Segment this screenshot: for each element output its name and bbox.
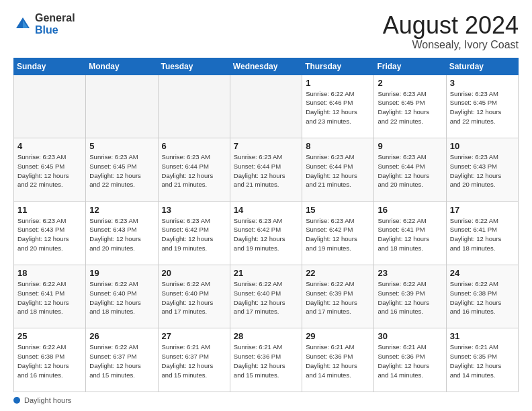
calendar-day-cell: 7Sunrise: 6:23 AM Sunset: 6:44 PM Daylig… (230, 138, 302, 201)
day-number: 10 (450, 141, 515, 151)
day-number: 14 (234, 205, 298, 215)
day-info: Sunrise: 6:21 AM Sunset: 6:35 PM Dayligh… (450, 342, 515, 379)
day-number: 30 (378, 331, 442, 341)
day-info: Sunrise: 6:22 AM Sunset: 6:40 PM Dayligh… (89, 279, 154, 316)
day-info: Sunrise: 6:22 AM Sunset: 6:38 PM Dayligh… (17, 342, 82, 379)
day-info: Sunrise: 6:23 AM Sunset: 6:42 PM Dayligh… (306, 216, 370, 253)
day-number: 11 (17, 205, 82, 215)
calendar-day-cell: 23Sunrise: 6:22 AM Sunset: 6:39 PM Dayli… (374, 265, 446, 328)
day-number: 26 (89, 331, 154, 341)
day-info: Sunrise: 6:22 AM Sunset: 6:40 PM Dayligh… (162, 279, 226, 316)
footer: Daylight hours (13, 396, 519, 404)
day-info: Sunrise: 6:23 AM Sunset: 6:45 PM Dayligh… (89, 152, 154, 189)
calendar-day-cell: 18Sunrise: 6:22 AM Sunset: 6:41 PM Dayli… (14, 265, 86, 328)
day-info: Sunrise: 6:23 AM Sunset: 6:43 PM Dayligh… (450, 152, 515, 189)
day-info: Sunrise: 6:21 AM Sunset: 6:36 PM Dayligh… (378, 342, 442, 379)
day-info: Sunrise: 6:23 AM Sunset: 6:44 PM Dayligh… (162, 152, 226, 189)
day-number: 15 (306, 205, 370, 215)
day-number: 13 (162, 205, 226, 215)
calendar-day-cell: 17Sunrise: 6:22 AM Sunset: 6:41 PM Dayli… (446, 201, 518, 265)
calendar-day-cell: 20Sunrise: 6:22 AM Sunset: 6:40 PM Dayli… (158, 265, 230, 328)
day-info: Sunrise: 6:21 AM Sunset: 6:36 PM Dayligh… (306, 342, 370, 379)
day-number: 16 (378, 205, 442, 215)
day-number: 29 (306, 331, 370, 341)
day-info: Sunrise: 6:22 AM Sunset: 6:38 PM Dayligh… (450, 279, 515, 316)
day-info: Sunrise: 6:23 AM Sunset: 6:45 PM Dayligh… (378, 89, 442, 126)
day-number: 25 (17, 331, 82, 341)
day-number: 9 (378, 141, 442, 151)
day-number: 8 (306, 141, 370, 151)
calendar-day-cell: 27Sunrise: 6:21 AM Sunset: 6:37 PM Dayli… (158, 328, 230, 392)
calendar-day-cell: 3Sunrise: 6:23 AM Sunset: 6:45 PM Daylig… (446, 75, 518, 138)
calendar-week-row: 25Sunrise: 6:22 AM Sunset: 6:38 PM Dayli… (14, 328, 519, 392)
calendar-day-cell: 16Sunrise: 6:22 AM Sunset: 6:41 PM Dayli… (374, 201, 446, 265)
day-info: Sunrise: 6:23 AM Sunset: 6:43 PM Dayligh… (89, 216, 154, 253)
day-number: 21 (234, 268, 298, 278)
day-number: 28 (234, 331, 298, 341)
calendar-day-cell: 31Sunrise: 6:21 AM Sunset: 6:35 PM Dayli… (446, 328, 518, 392)
day-info: Sunrise: 6:21 AM Sunset: 6:36 PM Dayligh… (234, 342, 298, 379)
calendar-day-header: Tuesday (158, 58, 230, 75)
calendar-day-header: Wednesday (230, 58, 302, 75)
logo: General Blue (13, 12, 75, 36)
calendar-day-cell: 29Sunrise: 6:21 AM Sunset: 6:36 PM Dayli… (302, 328, 374, 392)
day-info: Sunrise: 6:22 AM Sunset: 6:41 PM Dayligh… (450, 216, 515, 253)
calendar-day-cell: 14Sunrise: 6:23 AM Sunset: 6:42 PM Dayli… (230, 201, 302, 265)
title-block: August 2024 Wonsealy, Ivory Coast (383, 12, 519, 51)
calendar-day-cell: 28Sunrise: 6:21 AM Sunset: 6:36 PM Dayli… (230, 328, 302, 392)
day-info: Sunrise: 6:22 AM Sunset: 6:37 PM Dayligh… (89, 342, 154, 379)
calendar-header-row: SundayMondayTuesdayWednesdayThursdayFrid… (14, 58, 519, 75)
day-number: 3 (450, 78, 515, 88)
day-info: Sunrise: 6:21 AM Sunset: 6:37 PM Dayligh… (162, 342, 226, 379)
day-number: 27 (162, 331, 226, 341)
day-info: Sunrise: 6:23 AM Sunset: 6:45 PM Dayligh… (17, 152, 82, 189)
calendar-day-cell: 30Sunrise: 6:21 AM Sunset: 6:36 PM Dayli… (374, 328, 446, 392)
calendar-week-row: 11Sunrise: 6:23 AM Sunset: 6:43 PM Dayli… (14, 201, 519, 265)
day-number: 6 (162, 141, 226, 151)
calendar-day-cell: 10Sunrise: 6:23 AM Sunset: 6:43 PM Dayli… (446, 138, 518, 201)
calendar-day-header: Friday (374, 58, 446, 75)
logo-icon (13, 15, 32, 34)
calendar-day-header: Thursday (302, 58, 374, 75)
calendar-day-cell: 4Sunrise: 6:23 AM Sunset: 6:45 PM Daylig… (14, 138, 86, 201)
calendar-day-cell: 6Sunrise: 6:23 AM Sunset: 6:44 PM Daylig… (158, 138, 230, 201)
calendar-day-header: Saturday (446, 58, 518, 75)
day-number: 23 (378, 268, 442, 278)
day-info: Sunrise: 6:22 AM Sunset: 6:41 PM Dayligh… (378, 216, 442, 253)
calendar-week-row: 18Sunrise: 6:22 AM Sunset: 6:41 PM Dayli… (14, 265, 519, 328)
page: General Blue August 2024 Wonsealy, Ivory… (0, 0, 532, 411)
day-number: 1 (306, 78, 370, 88)
calendar-day-cell: 8Sunrise: 6:23 AM Sunset: 6:44 PM Daylig… (302, 138, 374, 201)
header: General Blue August 2024 Wonsealy, Ivory… (13, 12, 519, 51)
day-info: Sunrise: 6:23 AM Sunset: 6:44 PM Dayligh… (234, 152, 298, 189)
calendar-day-cell (14, 75, 86, 138)
calendar-day-cell: 21Sunrise: 6:22 AM Sunset: 6:40 PM Dayli… (230, 265, 302, 328)
day-number: 19 (89, 268, 154, 278)
calendar-day-cell: 9Sunrise: 6:23 AM Sunset: 6:44 PM Daylig… (374, 138, 446, 201)
day-info: Sunrise: 6:22 AM Sunset: 6:39 PM Dayligh… (378, 279, 442, 316)
calendar-day-cell (158, 75, 230, 138)
day-info: Sunrise: 6:23 AM Sunset: 6:43 PM Dayligh… (17, 216, 82, 253)
day-number: 17 (450, 205, 515, 215)
calendar-day-cell: 24Sunrise: 6:22 AM Sunset: 6:38 PM Dayli… (446, 265, 518, 328)
calendar-week-row: 1Sunrise: 6:22 AM Sunset: 6:46 PM Daylig… (14, 75, 519, 138)
day-info: Sunrise: 6:22 AM Sunset: 6:39 PM Dayligh… (306, 279, 370, 316)
calendar-day-cell: 26Sunrise: 6:22 AM Sunset: 6:37 PM Dayli… (86, 328, 158, 392)
title-location: Wonsealy, Ivory Coast (383, 39, 519, 51)
calendar-day-cell: 2Sunrise: 6:23 AM Sunset: 6:45 PM Daylig… (374, 75, 446, 138)
day-info: Sunrise: 6:23 AM Sunset: 6:42 PM Dayligh… (162, 216, 226, 253)
logo-blue-text: Blue (35, 24, 75, 36)
calendar-day-cell: 25Sunrise: 6:22 AM Sunset: 6:38 PM Dayli… (14, 328, 86, 392)
logo-text: General Blue (35, 12, 75, 36)
calendar-day-header: Monday (86, 58, 158, 75)
calendar-day-cell (230, 75, 302, 138)
day-info: Sunrise: 6:23 AM Sunset: 6:45 PM Dayligh… (450, 89, 515, 126)
day-info: Sunrise: 6:23 AM Sunset: 6:44 PM Dayligh… (306, 152, 370, 189)
logo-general-text: General (35, 12, 75, 24)
day-number: 18 (17, 268, 82, 278)
day-info: Sunrise: 6:22 AM Sunset: 6:46 PM Dayligh… (306, 89, 370, 126)
day-info: Sunrise: 6:22 AM Sunset: 6:40 PM Dayligh… (234, 279, 298, 316)
footer-dot-icon (13, 397, 20, 404)
footer-label: Daylight hours (24, 396, 71, 404)
day-info: Sunrise: 6:22 AM Sunset: 6:41 PM Dayligh… (17, 279, 82, 316)
